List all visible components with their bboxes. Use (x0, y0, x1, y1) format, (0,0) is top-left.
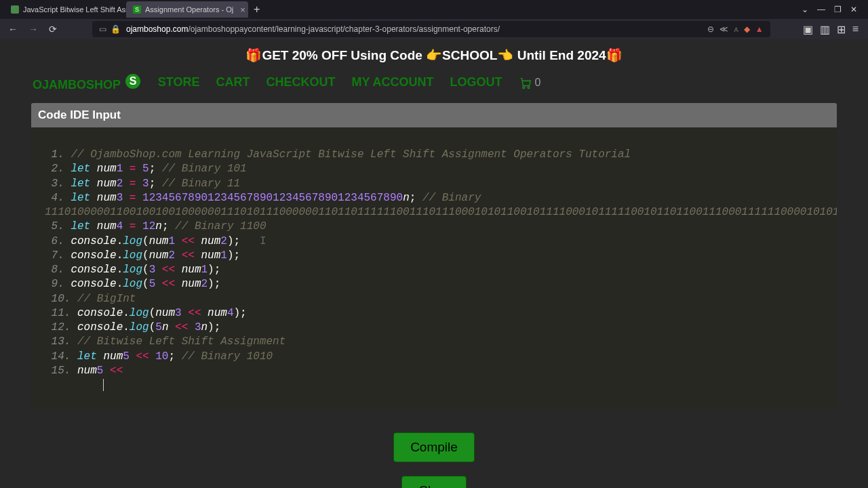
svg-point-2 (523, 86, 525, 88)
url-security-icons: ▭ 🔒 (99, 24, 121, 34)
close-window-icon[interactable]: ✕ (849, 5, 859, 14)
extensions-icon[interactable]: ⊞ (837, 23, 846, 36)
tab-bar: JavaScript Bitwise Left Shift Ass S Assi… (0, 0, 868, 19)
svg-point-3 (528, 86, 530, 88)
promo-banner: 🎁GET 20% OFF Using Code 👉SCHOOL👈 Until E… (0, 39, 868, 67)
chevron-down-icon[interactable]: ⌄ (800, 5, 810, 14)
panel-icon[interactable]: ▥ (820, 23, 830, 36)
lock-icon[interactable]: 🔒 (111, 24, 121, 34)
tab-title: JavaScript Bitwise Left Shift Ass (23, 5, 126, 14)
menu-icon[interactable]: ≡ (852, 23, 859, 36)
nav-cart[interactable]: CART (216, 75, 250, 89)
cart-icon[interactable]: 0 (518, 76, 540, 89)
forward-button: → (26, 22, 41, 36)
nav-store[interactable]: STORE (158, 75, 200, 89)
main-nav: OJAMBOSHOP S STORE CART CHECKOUT MY ACCO… (0, 67, 868, 103)
text-cursor-icon: I (260, 235, 267, 247)
tab-favicon-icon (11, 5, 19, 14)
browser-tab[interactable]: JavaScript Bitwise Left Shift Ass (4, 1, 126, 18)
tab-favicon-icon: S (133, 5, 141, 14)
code-editor[interactable]: 1. // OjamboShop.com Learning JavaScript… (31, 127, 837, 409)
new-tab-button[interactable]: + (248, 3, 265, 16)
address-bar[interactable]: ▭ 🔒 ojamboshop.com/ojamboshoppaycontent/… (92, 21, 770, 37)
shield-icon[interactable]: ◆ (744, 24, 750, 34)
clear-button[interactable]: Clear (401, 476, 466, 488)
nav-myaccount[interactable]: MY ACCOUNT (351, 75, 433, 89)
browser-tab-active[interactable]: S Assignment Operators - Oj × (126, 1, 248, 18)
cart-count: 0 (534, 77, 540, 89)
window-controls: ⌄ — ❐ ✕ (800, 5, 864, 14)
close-icon[interactable]: × (240, 5, 245, 15)
url-text: ojamboshop.com/ojamboshoppaycontent/lear… (126, 24, 500, 34)
back-button[interactable]: ← (5, 22, 20, 36)
sidebar-icon[interactable]: ▣ (803, 23, 813, 36)
minimize-icon[interactable]: — (816, 5, 826, 14)
nav-brand[interactable]: OJAMBOSHOP S (33, 73, 142, 92)
reader-icon[interactable]: ▭ (99, 24, 106, 34)
maximize-icon[interactable]: ❐ (833, 5, 842, 14)
reload-button[interactable]: ⟳ (46, 22, 60, 36)
share-icon[interactable]: ≪ (719, 24, 728, 34)
browser-toolbar: ← → ⟳ ▭ 🔒 ojamboshop.com/ojamboshoppayco… (0, 19, 868, 39)
nav-logout[interactable]: LOGOUT (450, 75, 502, 89)
page-content: 🎁GET 20% OFF Using Code 👉SCHOOL👈 Until E… (0, 39, 868, 488)
ext-icon[interactable]: ▲ (755, 24, 764, 34)
ide-buttons: Compile Clear (0, 418, 868, 488)
zoom-icon[interactable]: ⊖ (707, 24, 714, 34)
rss-icon[interactable]: ⟑ (734, 24, 738, 34)
svg-text:S: S (129, 75, 136, 87)
tab-title: Assignment Operators - Oj (145, 5, 233, 14)
nav-checkout[interactable]: CHECKOUT (266, 75, 335, 89)
ide-header: Code IDE Input (31, 103, 837, 127)
compile-button[interactable]: Compile (393, 432, 475, 462)
browser-chrome: JavaScript Bitwise Left Shift Ass S Assi… (0, 0, 868, 39)
ide-container: Code IDE Input 1. // OjamboShop.com Lear… (31, 103, 837, 409)
logo-icon: S (124, 73, 142, 90)
